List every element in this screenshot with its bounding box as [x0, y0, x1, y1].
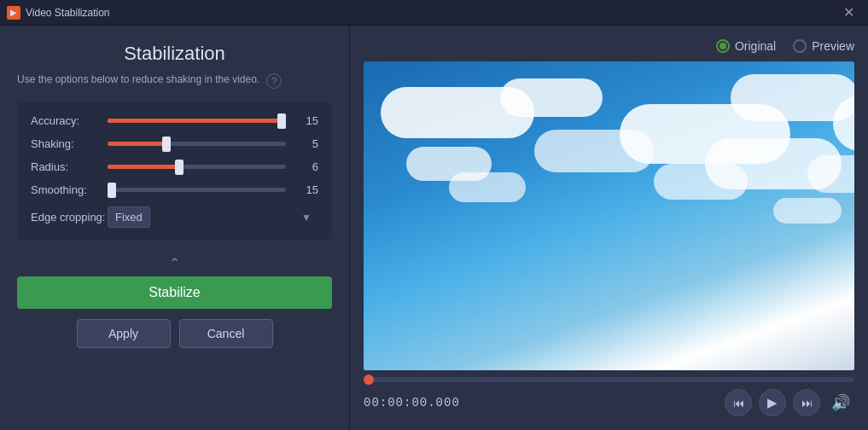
video-sky: [364, 61, 854, 370]
panel-description: Use the options below to reduce shaking …: [17, 73, 332, 89]
top-controls: Original Preview: [364, 39, 854, 53]
shaking-thumb[interactable]: [162, 137, 171, 152]
smoothing-label: Smoothing:: [31, 183, 108, 196]
cancel-button[interactable]: Cancel: [179, 319, 273, 348]
time-display: 00:00:00.000: [364, 396, 460, 410]
accuracy-label: Accuracy:: [31, 114, 108, 127]
smoothing-row: Smoothing: 15: [31, 183, 318, 196]
shaking-label: Shaking:: [31, 137, 108, 150]
smoothing-value: 15: [294, 183, 318, 196]
stabilize-button[interactable]: Stabilize: [17, 276, 332, 309]
accuracy-thumb[interactable]: [277, 113, 286, 129]
preview-radio[interactable]: Preview: [793, 39, 854, 53]
accuracy-row: Accuracy: 15: [31, 114, 318, 127]
main-content: Stabilization Use the options below to r…: [0, 26, 868, 430]
volume-button[interactable]: 🔊: [827, 389, 854, 416]
radius-thumb[interactable]: [175, 160, 184, 175]
shaking-fill: [108, 142, 166, 146]
smoothing-track[interactable]: [108, 188, 286, 192]
controls-right: ⏮ ▶ ⏭ 🔊: [725, 389, 854, 416]
edge-cropping-wrapper: Fixed None Crop Auto ▼: [108, 206, 318, 228]
close-button[interactable]: ✕: [836, 0, 861, 26]
right-panel: Original Preview: [350, 26, 868, 430]
help-icon[interactable]: ?: [266, 73, 282, 89]
radius-fill: [108, 165, 179, 169]
smoothing-thumb[interactable]: [108, 183, 116, 198]
panel-title: Stabilization: [17, 43, 332, 65]
next-frame-button[interactable]: ⏭: [793, 389, 820, 416]
dropdown-arrow-icon: ▼: [301, 212, 312, 224]
radius-row: Radius: 6: [31, 160, 318, 173]
title-bar: ▶ Video Stabilization ✕: [0, 0, 868, 26]
app-icon: ▶: [7, 6, 20, 20]
apply-button[interactable]: Apply: [77, 319, 171, 348]
collapse-button[interactable]: ⌃: [17, 255, 332, 271]
original-radio-circle: [716, 39, 730, 53]
original-radio-dot: [719, 43, 726, 49]
radius-value: 6: [294, 160, 318, 173]
accuracy-fill: [108, 119, 286, 123]
shaking-value: 5: [294, 137, 318, 150]
shaking-track[interactable]: [108, 142, 286, 146]
playback-controls: 00:00:00.000 ⏮ ▶ ⏭ 🔊: [364, 389, 854, 416]
accuracy-track[interactable]: [108, 119, 286, 123]
original-radio[interactable]: Original: [716, 39, 776, 53]
accuracy-value: 15: [294, 114, 318, 127]
window-title: Video Stabilization: [26, 7, 836, 19]
preview-label: Preview: [812, 39, 854, 53]
video-frame: [364, 61, 854, 370]
sliders-section: Accuracy: 15 Shaking: 5 Radius:: [17, 102, 332, 240]
progress-track[interactable]: [364, 377, 854, 382]
prev-frame-button[interactable]: ⏮: [725, 389, 752, 416]
radius-label: Radius:: [31, 160, 108, 173]
edge-cropping-label: Edge cropping:: [31, 211, 108, 224]
left-panel: Stabilization Use the options below to r…: [0, 26, 350, 430]
radius-track[interactable]: [108, 165, 286, 169]
play-button[interactable]: ▶: [759, 389, 786, 416]
preview-radio-circle: [793, 39, 807, 53]
original-label: Original: [735, 39, 776, 53]
edge-cropping-select[interactable]: Fixed None Crop Auto: [108, 206, 150, 228]
playback-bar: 00:00:00.000 ⏮ ▶ ⏭ 🔊: [364, 377, 854, 416]
bottom-buttons: Apply Cancel: [17, 319, 332, 348]
volume-icon: 🔊: [831, 393, 850, 412]
progress-thumb[interactable]: [364, 375, 374, 385]
edge-cropping-row: Edge cropping: Fixed None Crop Auto ▼: [31, 206, 318, 228]
shaking-row: Shaking: 5: [31, 137, 318, 150]
